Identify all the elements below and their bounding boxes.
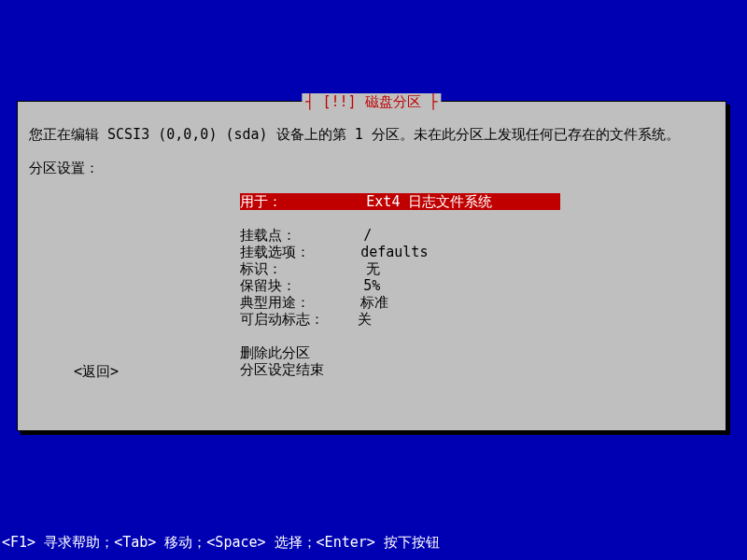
intro-text: 您正在编辑 SCSI3 (0,0,0) (sda) 设备上的第 1 分区。未在此… (29, 126, 680, 144)
help-line: <F1> 寻求帮助；<Tab> 移动；<Space> 选择；<Enter> 按下… (2, 534, 440, 552)
spacer (240, 210, 560, 227)
use-as-row[interactable]: 用于： Ext4 日志文件系统 (240, 193, 560, 210)
settings-label: 分区设置： (29, 160, 99, 177)
label-row[interactable]: 标识： 无 (240, 260, 560, 277)
done-setting-action[interactable]: 分区设定结束 (240, 361, 560, 378)
back-button[interactable]: <返回> (74, 363, 119, 381)
mount-options-row[interactable]: 挂载选项： defaults (240, 244, 560, 260)
mount-point-row[interactable]: 挂载点： / (240, 227, 560, 244)
reserved-row[interactable]: 保留块： 5% (240, 277, 560, 294)
settings-block: 用于： Ext4 日志文件系统 挂载点： / 挂载选项： defaults 标识… (240, 193, 560, 378)
dialog-title: ┤ [!!] 磁盘分区 ├ (302, 93, 441, 111)
usage-row[interactable]: 典型用途： 标准 (240, 294, 560, 311)
partition-dialog: ┤ [!!] 磁盘分区 ├ 您正在编辑 SCSI3 (0,0,0) (sda) … (17, 101, 726, 431)
bootable-row[interactable]: 可启动标志： 关 (240, 311, 560, 328)
delete-partition-action[interactable]: 删除此分区 (240, 344, 560, 361)
